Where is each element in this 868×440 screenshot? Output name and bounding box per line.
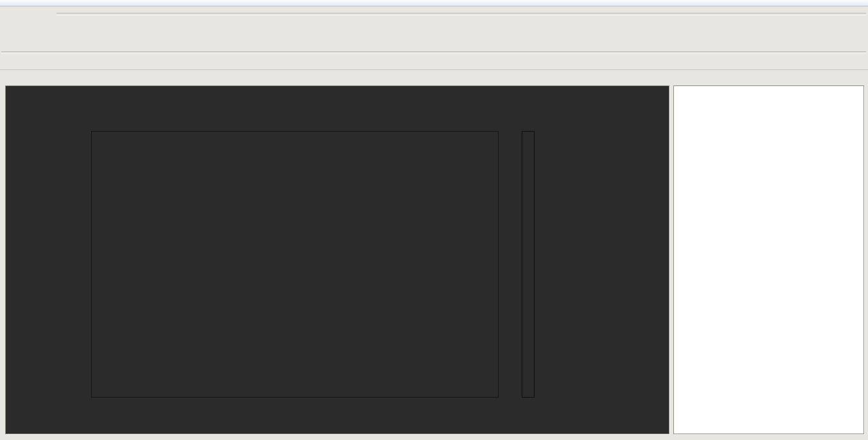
range-doppler-heatmap <box>92 132 498 397</box>
groupbox-border <box>57 13 866 15</box>
range-doppler-plot-panel <box>5 85 669 434</box>
detected-targets-panel <box>673 85 864 434</box>
colorbar <box>522 132 534 397</box>
tab-baseline <box>0 69 868 70</box>
radar-app-window <box>0 0 868 440</box>
groupbox-border <box>1 51 866 54</box>
menu-bar <box>0 0 868 6</box>
